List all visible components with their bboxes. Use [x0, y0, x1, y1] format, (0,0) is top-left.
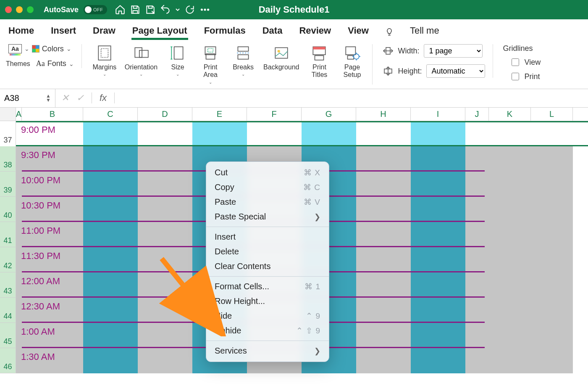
cell[interactable]	[489, 247, 531, 272]
cell[interactable]	[356, 298, 411, 323]
cell[interactable]	[489, 348, 531, 373]
undo-icon[interactable]	[160, 4, 171, 15]
more-icon[interactable]	[200, 4, 210, 15]
row-header[interactable]: 40	[0, 197, 16, 222]
cell[interactable]	[465, 247, 489, 272]
tab-view[interactable]: View	[347, 24, 370, 40]
cell[interactable]	[489, 146, 531, 172]
fonts-button[interactable]: Aa Fonts ⌄	[36, 59, 74, 68]
cell[interactable]	[531, 272, 573, 298]
maximize-window-icon[interactable]	[27, 6, 34, 13]
cell[interactable]	[531, 348, 573, 373]
orientation-button[interactable]: Orientation ⌄	[125, 44, 158, 77]
cell[interactable]	[356, 348, 411, 373]
cell[interactable]	[411, 222, 465, 247]
column-header[interactable]: C	[83, 108, 138, 121]
fonts-dropdown-icon[interactable]: ⌄	[69, 61, 74, 67]
cell[interactable]	[489, 298, 531, 323]
cell[interactable]	[531, 122, 573, 145]
column-header[interactable]: E	[192, 108, 247, 121]
cell[interactable]	[489, 323, 531, 348]
column-header[interactable]: B	[22, 108, 83, 121]
chevron-down-icon[interactable]: ⌄	[242, 72, 245, 77]
chevron-down-icon[interactable]: ⌄	[139, 72, 143, 77]
cell[interactable]	[83, 146, 138, 172]
row-header[interactable]: 41	[0, 222, 16, 247]
chevron-down-icon[interactable]: ⌄	[103, 72, 106, 77]
margins-button[interactable]: Margins ⌄	[92, 44, 117, 77]
tab-review[interactable]: Review	[298, 24, 332, 40]
row-header[interactable]: 46	[0, 348, 16, 373]
cell[interactable]	[411, 197, 465, 222]
row-header[interactable]: 44	[0, 298, 16, 323]
cell[interactable]	[192, 122, 247, 145]
cancel-formula-icon[interactable]: ✕	[61, 92, 69, 103]
cell[interactable]	[138, 197, 192, 222]
cell[interactable]	[411, 348, 465, 373]
tab-insert[interactable]: Insert	[50, 24, 77, 40]
cell[interactable]	[83, 272, 138, 298]
save-as-icon[interactable]	[145, 4, 156, 15]
menu-row-height[interactable]: Row Height...	[206, 294, 329, 309]
tab-page-layout[interactable]: Page Layout	[131, 24, 188, 40]
cell[interactable]	[411, 323, 465, 348]
print-area-button[interactable]: Print Area ⌄	[198, 44, 223, 85]
cell[interactable]	[356, 146, 411, 172]
menu-paste[interactable]: Paste⌘ V	[206, 195, 329, 209]
cell[interactable]	[356, 172, 411, 197]
table-row[interactable]: 379:00 PM	[0, 121, 588, 146]
tell-me-search[interactable]: Tell me	[409, 24, 440, 40]
menu-copy[interactable]: Copy⌘ C	[206, 180, 329, 195]
cell[interactable]	[138, 247, 192, 272]
cell[interactable]	[465, 222, 489, 247]
cell[interactable]	[138, 222, 192, 247]
tab-draw[interactable]: Draw	[92, 24, 116, 40]
cell[interactable]	[302, 122, 356, 145]
cell[interactable]	[83, 298, 138, 323]
cell[interactable]	[138, 298, 192, 323]
cell[interactable]	[531, 298, 573, 323]
cell[interactable]	[411, 298, 465, 323]
menu-cut[interactable]: Cut⌘ X	[206, 165, 329, 180]
gridlines-print-checkbox[interactable]: Print	[510, 71, 541, 82]
column-header[interactable]: A	[16, 108, 22, 121]
minimize-window-icon[interactable]	[16, 6, 23, 13]
cell[interactable]	[531, 197, 573, 222]
column-header[interactable]: G	[302, 108, 356, 121]
themes-button[interactable]: Aa	[8, 44, 22, 53]
close-window-icon[interactable]	[5, 6, 12, 13]
cell[interactable]	[411, 122, 465, 145]
cell[interactable]	[83, 197, 138, 222]
home-icon[interactable]	[115, 4, 126, 15]
chevron-down-icon[interactable]: ⌄	[209, 80, 212, 85]
row-header[interactable]: 43	[0, 272, 16, 298]
cell[interactable]	[411, 247, 465, 272]
cell[interactable]	[83, 122, 138, 145]
cell[interactable]	[465, 172, 489, 197]
row-header[interactable]: 37	[0, 121, 16, 146]
namebox-stepper-icon[interactable]: ▲▼	[46, 94, 51, 102]
row-header[interactable]: 42	[0, 247, 16, 272]
cell[interactable]	[138, 172, 192, 197]
page-setup-button[interactable]: Page Setup	[339, 44, 365, 79]
cell[interactable]	[465, 298, 489, 323]
cell[interactable]	[465, 323, 489, 348]
cell[interactable]	[138, 122, 192, 145]
tab-home[interactable]: Home	[8, 24, 35, 40]
tab-formulas[interactable]: Formulas	[203, 24, 247, 40]
cell[interactable]	[531, 172, 573, 197]
background-button[interactable]: Background	[263, 44, 299, 71]
column-header[interactable]: K	[489, 108, 531, 121]
cell[interactable]	[83, 348, 138, 373]
cell[interactable]	[138, 348, 192, 373]
cell[interactable]	[489, 272, 531, 298]
chevron-down-icon[interactable]: ⌄	[176, 72, 179, 77]
colors-dropdown-icon[interactable]: ⌄	[66, 45, 71, 52]
autosave-toggle[interactable]: OFF	[84, 5, 107, 14]
print-titles-button[interactable]: Print Titles	[307, 44, 332, 79]
column-header[interactable]: F	[247, 108, 302, 121]
cell[interactable]	[411, 146, 465, 172]
cell[interactable]	[356, 222, 411, 247]
cell[interactable]	[356, 272, 411, 298]
cell[interactable]	[531, 146, 573, 172]
